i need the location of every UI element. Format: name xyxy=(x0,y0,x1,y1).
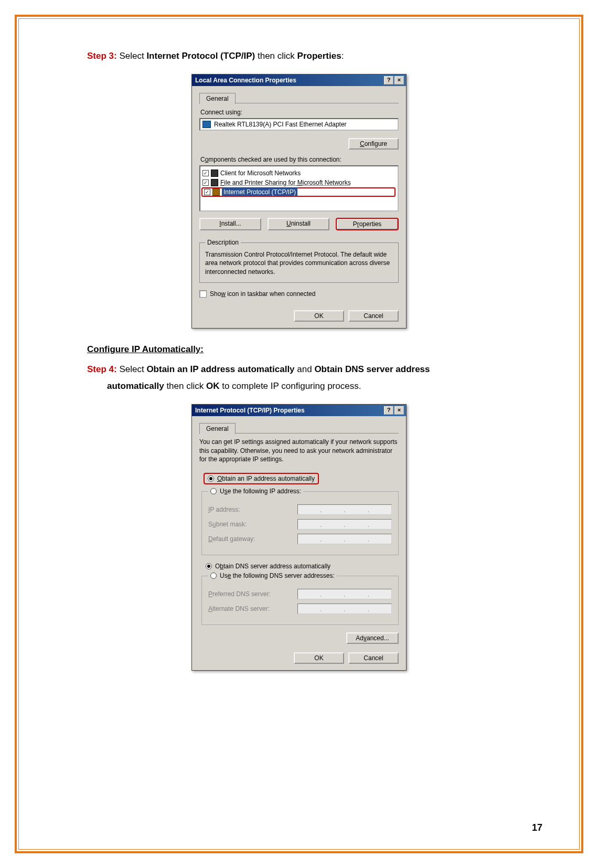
help-button[interactable]: ? xyxy=(384,406,393,415)
nic-name: Realtek RTL8139(A) PCI Fast Ethernet Ada… xyxy=(214,121,347,128)
alt-dns-label: Alternate DNS server: xyxy=(208,605,297,612)
tcpip-icon xyxy=(212,188,220,196)
tcpip-info-text: You can get IP settings assigned automat… xyxy=(199,438,399,463)
list-item[interactable]: ✓ File and Printer Sharing for Microsoft… xyxy=(202,178,396,187)
components-list[interactable]: ✓ Client for Microsoft Networks ✓ File a… xyxy=(199,165,399,211)
pref-dns-row: Preferred DNS server: ... xyxy=(208,589,392,599)
lac-properties-dialog: Local Area Connection Properties ? × Gen… xyxy=(191,74,407,329)
show-icon-label: Show icon in taskbar when connected xyxy=(210,290,315,298)
list-item-label: Internet Protocol (TCP/IP) xyxy=(222,188,297,196)
radio-unselected-icon xyxy=(210,488,217,494)
step3-label: Step 3: xyxy=(87,51,117,61)
list-item-label: Client for Microsoft Networks xyxy=(220,170,301,177)
pref-dns-input[interactable]: ... xyxy=(297,589,392,599)
properties-button[interactable]: Properties xyxy=(336,218,399,230)
use-dns-radio[interactable]: Use the following DNS server addresses: xyxy=(210,572,335,579)
gateway-label: Default gateway: xyxy=(208,535,297,543)
subnet-input[interactable]: ... xyxy=(297,519,392,530)
cancel-button[interactable]: Cancel xyxy=(348,652,399,664)
ip-address-input[interactable]: ... xyxy=(297,504,392,515)
dialog1-body: General Connect using: Realtek RTL8139(A… xyxy=(192,86,406,328)
dialog1-titlebar: Local Area Connection Properties ? × xyxy=(192,75,406,86)
tab-general[interactable]: General xyxy=(199,93,236,104)
subnet-row: Subnet mask: ... xyxy=(208,519,392,530)
configure-button[interactable]: Configure xyxy=(348,138,399,150)
components-label: Components checked are used by this conn… xyxy=(200,156,399,163)
list-item-label: File and Printer Sharing for Microsoft N… xyxy=(220,179,351,186)
checkbox-icon[interactable]: ✓ xyxy=(202,170,209,176)
advanced-button[interactable]: Advanced... xyxy=(346,632,399,644)
show-icon-row[interactable]: Show icon in taskbar when connected xyxy=(199,290,399,298)
step3-text: Step 3: Select Internet Protocol (TCP/IP… xyxy=(87,48,527,65)
file-printer-icon xyxy=(211,179,218,186)
ip-address-label: IP address: xyxy=(208,506,297,513)
subnet-label: Subnet mask: xyxy=(208,521,297,528)
uninstall-button[interactable]: Uninstall xyxy=(268,218,329,230)
obtain-ip-auto-radio[interactable]: Obtain an IP address automatically xyxy=(204,473,319,484)
dialog1-title: Local Area Connection Properties xyxy=(195,75,296,86)
use-dns-group: Use the following DNS server addresses: … xyxy=(201,572,399,625)
tcpip-properties-dialog: Internet Protocol (TCP/IP) Properties ? … xyxy=(191,404,407,671)
nic-icon xyxy=(202,121,211,128)
dialog2-titlebar: Internet Protocol (TCP/IP) Properties ? … xyxy=(192,405,406,416)
close-button[interactable]: × xyxy=(394,76,404,84)
checkbox-unchecked-icon[interactable] xyxy=(199,290,207,298)
page-inner-border: Step 3: Select Internet Protocol (TCP/IP… xyxy=(18,18,580,850)
description-legend: Description xyxy=(205,239,241,246)
alt-dns-row: Alternate DNS server: ... xyxy=(208,604,392,614)
use-ip-group: Use the following IP address: IP address… xyxy=(201,488,399,555)
obtain-dns-auto-radio[interactable]: Obtain DNS server address automatically xyxy=(206,563,399,570)
dialog2-body: General You can get IP settings assigned… xyxy=(192,416,406,670)
install-button[interactable]: Install... xyxy=(199,218,261,230)
help-button[interactable]: ? xyxy=(384,76,393,84)
alt-dns-input[interactable]: ... xyxy=(297,604,392,614)
page-outer-border: Step 3: Select Internet Protocol (TCP/IP… xyxy=(15,15,583,853)
configure-ip-heading: Configure IP Automatically: xyxy=(87,344,527,355)
dialog2-title: Internet Protocol (TCP/IP) Properties xyxy=(195,405,305,416)
use-ip-radio[interactable]: Use the following IP address: xyxy=(210,488,301,495)
step4-line2: automatically then click OK to complete … xyxy=(107,378,527,395)
tab-general[interactable]: General xyxy=(199,423,236,434)
network-icon xyxy=(211,170,218,177)
close-button[interactable]: × xyxy=(394,406,404,415)
ip-address-row: IP address: ... xyxy=(208,504,392,515)
description-text: Transmission Control Protocol/Internet P… xyxy=(205,250,393,276)
step4-label: Step 4: xyxy=(87,364,117,374)
description-group: Description Transmission Control Protoco… xyxy=(199,239,399,283)
page-number: 17 xyxy=(532,822,542,833)
radio-selected-icon xyxy=(208,475,214,482)
ok-button[interactable]: OK xyxy=(294,652,344,664)
step4-line1: Step 4: Select Obtain an IP address auto… xyxy=(87,361,527,378)
cancel-button[interactable]: Cancel xyxy=(348,310,399,322)
gateway-row: Default gateway: ... xyxy=(208,534,392,544)
checkbox-icon[interactable]: ✓ xyxy=(202,179,209,186)
ok-button[interactable]: OK xyxy=(294,310,344,322)
connect-using-label: Connect using: xyxy=(200,109,399,116)
list-item-tcpip[interactable]: ✓ Internet Protocol (TCP/IP) xyxy=(201,187,396,197)
nic-field: Realtek RTL8139(A) PCI Fast Ethernet Ada… xyxy=(199,118,399,131)
gateway-input[interactable]: ... xyxy=(297,534,392,544)
checkbox-icon[interactable]: ✓ xyxy=(204,189,210,195)
list-item[interactable]: ✓ Client for Microsoft Networks xyxy=(202,168,396,178)
radio-unselected-icon xyxy=(210,573,217,579)
pref-dns-label: Preferred DNS server: xyxy=(208,590,297,598)
radio-selected-icon xyxy=(206,563,212,569)
